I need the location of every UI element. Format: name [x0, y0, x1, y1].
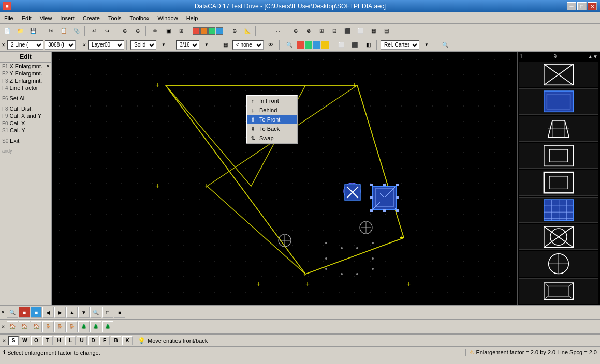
- color-g[interactable]: [305, 41, 312, 49]
- menu-help[interactable]: Help: [182, 12, 202, 23]
- mini-box2[interactable]: ■: [114, 307, 125, 318]
- tb-layer[interactable]: ▦: [367, 25, 379, 37]
- canvas-area[interactable]: + + + + + + + + + +: [52, 52, 517, 305]
- tb-zoom-in[interactable]: ⊕: [119, 25, 131, 37]
- arch-chair1[interactable]: 🪑: [42, 321, 54, 332]
- scale-select[interactable]: 3/16": [176, 40, 199, 50]
- tb-draw[interactable]: ✏: [149, 25, 162, 37]
- right-panel-arrows[interactable]: ▲▼: [588, 54, 598, 59]
- tb-copy[interactable]: 📋: [57, 25, 70, 37]
- mini-zoom[interactable]: 🔍: [90, 307, 101, 318]
- arch-tree1[interactable]: 🌲: [78, 321, 90, 332]
- tab-u[interactable]: U: [77, 336, 87, 345]
- arch-chair2[interactable]: 🪑: [54, 321, 66, 332]
- mini-forward[interactable]: ■: [19, 307, 30, 318]
- thumb-circle[interactable]: [519, 251, 598, 277]
- tb-more1[interactable]: ⊕: [289, 25, 302, 37]
- menu-insert[interactable]: Insert: [56, 12, 79, 23]
- tb-3d2[interactable]: ⬜: [354, 25, 367, 37]
- edit-item-set-all[interactable]: F6 Set All: [0, 95, 51, 102]
- thumb-x-box[interactable]: [519, 62, 598, 87]
- tb-more4[interactable]: ⊟: [328, 25, 341, 37]
- eye-btn[interactable]: 👁: [265, 39, 277, 51]
- tb-open[interactable]: 📁: [14, 25, 26, 37]
- ctx-to-back[interactable]: ⇓ To Back: [247, 124, 297, 133]
- edit-item-cal-dist[interactable]: F8 Cal. Dist.: [0, 105, 51, 112]
- tab-close-btn[interactable]: ✕: [2, 338, 6, 343]
- tb-snap[interactable]: ⊕: [228, 25, 241, 37]
- menu-view[interactable]: View: [36, 12, 56, 23]
- tb-color1[interactable]: [193, 27, 200, 35]
- menu-window[interactable]: Window: [154, 12, 182, 23]
- thumb-square-thick[interactable]: [519, 170, 598, 195]
- arch-house2[interactable]: 🏠: [19, 321, 30, 332]
- tb-save[interactable]: 💾: [27, 25, 39, 37]
- tab-w[interactable]: W: [20, 336, 30, 345]
- thumb-trapezoid[interactable]: [519, 116, 598, 142]
- tb-measure[interactable]: 📐: [241, 25, 254, 37]
- menu-toolbox[interactable]: Toolbox: [126, 12, 154, 23]
- search-btn[interactable]: 🔍: [283, 39, 296, 51]
- tb-select[interactable]: ▣: [162, 25, 174, 37]
- thumb-x-circle[interactable]: [519, 224, 598, 250]
- edit-item-x-enlarge[interactable]: F1 X Enlargmnt.: [0, 63, 51, 70]
- mini-left[interactable]: ◀: [42, 307, 54, 318]
- arch-tree2[interactable]: 🌲: [90, 321, 101, 332]
- mini-close-btn[interactable]: ✕: [1, 310, 5, 315]
- thumb-square-inner[interactable]: [519, 143, 598, 169]
- edit-item-z-enlarge[interactable]: F3 Z Enlargmnt.: [0, 77, 51, 84]
- menu-edit[interactable]: Edit: [18, 12, 36, 23]
- coord-sys-select[interactable]: Rel. Cartesi: [381, 40, 419, 50]
- line-type-select[interactable]: 2 Line (: [7, 40, 43, 50]
- coord-arrow[interactable]: ▼: [420, 39, 433, 51]
- left-panel-close[interactable]: ✕: [46, 64, 50, 69]
- tb-line-style[interactable]: - -: [272, 25, 284, 37]
- tab-b[interactable]: B: [111, 336, 121, 345]
- tab-t[interactable]: T: [42, 336, 53, 345]
- close-layer-btn[interactable]: ✕: [82, 42, 87, 48]
- mini-back[interactable]: ■: [31, 307, 42, 318]
- ctx-swap[interactable]: ⇅ Swap: [247, 133, 297, 143]
- coord-select[interactable]: 3068 (t: [45, 40, 76, 50]
- tb-paste[interactable]: 📎: [70, 25, 83, 37]
- menu-create[interactable]: Create: [79, 12, 104, 23]
- color-r[interactable]: [297, 41, 304, 49]
- color-y[interactable]: [321, 41, 329, 49]
- thumb-grid-box[interactable]: [519, 197, 598, 223]
- layer-select[interactable]: Layer00: [88, 40, 124, 50]
- 3d-btn3[interactable]: ◧: [362, 39, 374, 51]
- fill-select[interactable]: Solid: [130, 40, 156, 50]
- tab-f[interactable]: F: [99, 336, 110, 345]
- nav-btn[interactable]: 🔍: [439, 39, 451, 51]
- 3d-btn2[interactable]: ⬛: [348, 39, 361, 51]
- ctx-behind[interactable]: ↓ Behind: [247, 105, 297, 115]
- mini-down[interactable]: ▼: [78, 307, 90, 318]
- tb-color4[interactable]: [216, 27, 223, 35]
- mini-magnify[interactable]: 🔍: [7, 307, 18, 318]
- menu-file[interactable]: File: [0, 12, 18, 23]
- edit-item-y-enlarge[interactable]: F2 Y Enlargmnt.: [0, 70, 51, 77]
- tb-new[interactable]: 📄: [1, 25, 13, 37]
- tb-cut[interactable]: ✂: [45, 25, 57, 37]
- edit-item-line-factor[interactable]: F4 Line Factor: [0, 84, 51, 92]
- scale-arrow[interactable]: ▼: [200, 39, 213, 51]
- mini-box1[interactable]: □: [102, 307, 113, 318]
- tb-grid[interactable]: ⊞: [175, 25, 187, 37]
- hatch-select[interactable]: < none: [232, 40, 264, 50]
- arch-house1[interactable]: 🏠: [7, 321, 18, 332]
- tab-d[interactable]: D: [88, 336, 98, 345]
- tab-h[interactable]: H: [54, 336, 64, 345]
- 3d-btn1[interactable]: ⬜: [335, 39, 347, 51]
- edit-item-exit[interactable]: S0 Exit: [0, 137, 51, 144]
- tb-zoom-out[interactable]: ⊖: [131, 25, 144, 37]
- tb-3d1[interactable]: ⬛: [341, 25, 354, 37]
- edit-item-cal-y[interactable]: S1 Cal. Y: [0, 127, 51, 134]
- tb-line[interactable]: ───: [259, 25, 271, 37]
- tab-o[interactable]: O: [31, 336, 41, 345]
- mini-up[interactable]: ▲: [66, 307, 78, 318]
- mini-right[interactable]: ▶: [54, 307, 66, 318]
- tb-redo[interactable]: ↪: [101, 25, 113, 37]
- thumb-blue-box[interactable]: [519, 88, 598, 114]
- close-panel-btn[interactable]: ✕: [1, 42, 6, 48]
- tb-more3[interactable]: ⊞: [315, 25, 328, 37]
